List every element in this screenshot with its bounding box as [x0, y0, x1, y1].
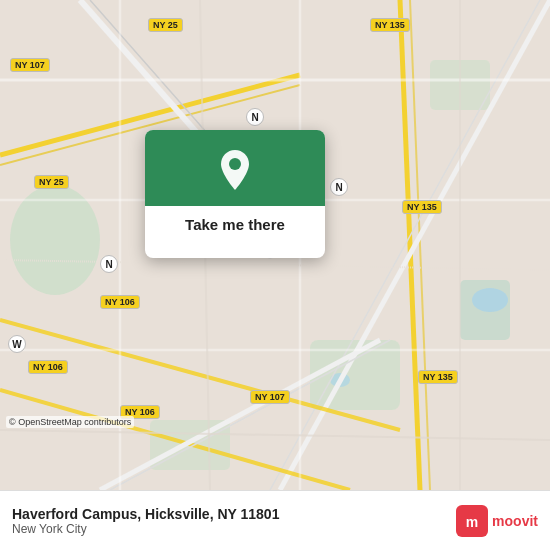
road-badge-ny106-mid: NY 106: [100, 295, 140, 309]
road-badge-ny135-mid: NY 135: [402, 200, 442, 214]
popup-bottom[interactable]: Take me there: [145, 206, 325, 244]
info-text: Haverford Campus, Hicksville, NY 11801 N…: [12, 506, 279, 536]
road-badge-ny135-top: NY 135: [370, 18, 410, 32]
road-badge-n2: N: [330, 178, 348, 196]
popup-top: [145, 130, 325, 206]
map-pin-icon: [217, 148, 253, 192]
info-bar: Haverford Campus, Hicksville, NY 11801 N…: [0, 490, 550, 550]
moovit-text: moovit: [492, 513, 538, 529]
svg-text:m: m: [466, 514, 478, 530]
road-badge-n3: N: [100, 255, 118, 273]
svg-point-6: [472, 288, 508, 312]
svg-point-31: [229, 158, 241, 170]
road-badge-n1: N: [246, 108, 264, 126]
moovit-logo: m moovit: [456, 505, 538, 537]
svg-point-1: [10, 185, 100, 295]
popup-label: Take me there: [185, 216, 285, 233]
road-badge-ny25-top: NY 25: [148, 18, 183, 32]
popup-card[interactable]: Take me there: [145, 130, 325, 258]
popup-arrow: [223, 244, 247, 258]
road-badge-ny107-left: NY 107: [10, 58, 50, 72]
moovit-icon: m: [456, 505, 488, 537]
info-subtitle: New York City: [12, 522, 279, 536]
road-badge-w: W: [8, 335, 26, 353]
info-title: Haverford Campus, Hicksville, NY 11801: [12, 506, 279, 522]
osm-attribution: © OpenStreetMap contributors: [6, 416, 134, 428]
road-badge-ny25-left: NY 25: [34, 175, 69, 189]
map-container: NY 25 NY 107 NY 135 NY 135 NY 135 NY 25 …: [0, 0, 550, 490]
road-badge-ny106-bot: NY 106: [28, 360, 68, 374]
road-badge-ny135-bot: NY 135: [418, 370, 458, 384]
road-badge-ny107-bot: NY 107: [250, 390, 290, 404]
